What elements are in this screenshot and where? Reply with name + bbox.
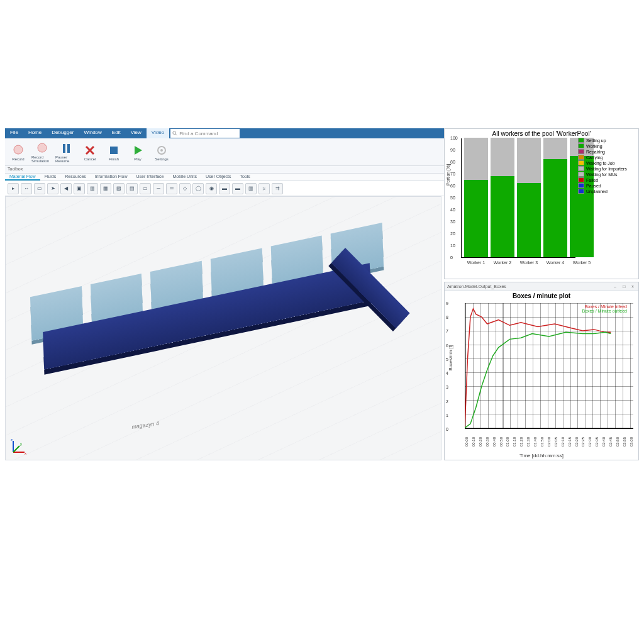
legend-row: Failed [578, 177, 637, 182]
tool-connector-icon[interactable]: ↔ [21, 183, 32, 194]
line-ytick: 2 [446, 399, 448, 403]
tool-flow-icon[interactable]: ⇉ [272, 183, 283, 194]
line-ytick: 4 [446, 371, 448, 375]
line-xtick: 02:35 [595, 437, 599, 447]
line-xtick: 00:50 [499, 437, 503, 447]
line-chart-xlabel: Time [dd:hh:mm:ss] [445, 453, 638, 458]
tool-pointer-icon[interactable]: ▸ [8, 183, 19, 194]
minimize-icon[interactable]: – [612, 284, 618, 289]
worker-pool-chart-panel: All workers of the pool 'WorkerPool' Por… [444, 128, 639, 279]
tool-line-icon[interactable]: ─ [153, 183, 164, 194]
tool-dismantle-icon[interactable]: ▨ [113, 183, 125, 194]
worker-chart-legend: Setting upWorkingRepairingCarryingWalkin… [578, 138, 637, 194]
tab-user-objects[interactable]: User Objects [201, 174, 235, 180]
record-label: Record [12, 157, 24, 161]
line-ytick: 9 [446, 301, 448, 306]
tool-sorter-icon[interactable]: ▬ [219, 183, 230, 194]
line-xtick: 02:10 [561, 437, 565, 447]
tool-angular-icon[interactable]: ◇ [179, 183, 191, 194]
worker-chart-ylabel: Portion [%] [446, 164, 450, 186]
menu-home[interactable]: Home [23, 128, 47, 138]
legend-swatch-icon [578, 149, 584, 154]
tab-fluids[interactable]: Fluids [40, 174, 61, 180]
bar-xlabel: Worker 5 [570, 260, 594, 265]
legend-row: Waiting for MUs [578, 172, 637, 177]
tab-user-interface[interactable]: User Interface [132, 174, 169, 180]
command-search-placeholder: Find a Command [179, 131, 218, 136]
tab-information-flow[interactable]: Information Flow [91, 174, 132, 180]
legend-label: Repairing [586, 150, 605, 154]
close-icon[interactable]: × [630, 284, 636, 289]
bar-xlabel: Worker 2 [491, 260, 514, 265]
tool-robot-icon[interactable]: ☼ [258, 183, 270, 194]
legend-row: Waiting for Importers [578, 166, 637, 171]
legend-label: Setting up [586, 138, 606, 143]
record-sim-label: Record Simulation [31, 155, 53, 163]
legend-label: Waiting for Importers [586, 167, 627, 171]
pause-icon [59, 142, 73, 155]
record-sim-icon [35, 142, 49, 155]
play-button[interactable]: Play [127, 140, 148, 164]
menu-window[interactable]: Window [79, 128, 106, 138]
bar-xlabel: Worker 4 [543, 260, 567, 265]
maximize-icon[interactable]: □ [621, 284, 627, 289]
viewport-3d[interactable]: magazyn 4 z x y [5, 196, 441, 460]
tool-source-icon[interactable]: ➤ [47, 183, 58, 194]
line-xtick: 02:50 [616, 437, 619, 447]
tab-tools[interactable]: Tools [235, 174, 254, 180]
menu-view[interactable]: View [126, 128, 147, 138]
tool-station-icon[interactable]: ▣ [74, 183, 85, 194]
worker-chart-plot: 0102030405060708090100Worker 1Worker 2Wo… [461, 138, 575, 258]
axis-gizmo-icon: z x y [9, 437, 28, 456]
play-icon [131, 143, 145, 157]
tab-resources[interactable]: Resources [60, 174, 90, 180]
settings-button[interactable]: Settings [151, 140, 172, 164]
svg-text:x: x [25, 452, 26, 455]
legend-label: Waiting for MUs [586, 172, 618, 177]
line-xtick: 02:25 [581, 437, 585, 447]
legend-outfeed: Boxes / Minute outfeed [582, 309, 627, 313]
menu-video[interactable]: Video [147, 128, 169, 138]
ytick: 10 [450, 243, 455, 248]
line-xtick: 00:30 [486, 437, 489, 447]
legend-swatch-icon [578, 166, 584, 171]
svg-rect-8 [110, 147, 118, 154]
tool-assembly-icon[interactable]: ▦ [100, 183, 111, 194]
tab-mobile-units[interactable]: Mobile Units [169, 174, 202, 180]
line-xtick: 01:10 [513, 437, 516, 447]
line-xtick: 01:30 [526, 437, 530, 447]
record-button[interactable]: Record [8, 140, 29, 164]
bar-xlabel: Worker 1 [464, 260, 488, 265]
tool-turntable-icon[interactable]: ◯ [192, 183, 204, 194]
ytick: 100 [450, 136, 458, 140]
finish-button[interactable]: Finish [103, 140, 125, 164]
tool-turnplate-icon[interactable]: ◉ [206, 183, 217, 194]
line-ytick: 8 [446, 315, 448, 319]
legend-swatch-icon [578, 189, 584, 194]
tool-converter-icon[interactable]: ▬ [232, 183, 243, 194]
record-sim-button[interactable]: Record Simulation [31, 140, 53, 164]
tool-drain-icon[interactable]: ◀ [60, 183, 72, 194]
tool-parallel-icon[interactable]: ▥ [87, 183, 98, 194]
line-xtick: 02:45 [609, 437, 613, 447]
pause-resume-label: Pause/ Resume [55, 155, 77, 163]
menu-file[interactable]: File [5, 128, 23, 138]
record-icon [11, 143, 25, 157]
tool-buffer-icon[interactable]: ▭ [140, 183, 151, 194]
tool-store-icon[interactable]: ▤ [126, 183, 138, 194]
ytick: 90 [450, 148, 455, 152]
line-ytick: 0 [446, 427, 448, 431]
ytick: 80 [450, 160, 455, 164]
menu-edit[interactable]: Edit [107, 128, 126, 138]
legend-swatch-icon [578, 172, 584, 177]
tool-track-icon[interactable]: ═ [166, 183, 177, 194]
line-series [465, 332, 611, 428]
svg-line-14 [13, 446, 19, 452]
command-search[interactable]: Find a Command [170, 129, 240, 138]
menu-debugger[interactable]: Debugger [47, 128, 79, 138]
pause-resume-button[interactable]: Pause/ Resume [55, 140, 77, 164]
tab-material-flow[interactable]: Material Flow [5, 174, 40, 180]
tool-portal-icon[interactable]: ▥ [245, 183, 257, 194]
tool-frame-icon[interactable]: ▭ [34, 183, 45, 194]
cancel-button[interactable]: Cancel [79, 140, 101, 164]
